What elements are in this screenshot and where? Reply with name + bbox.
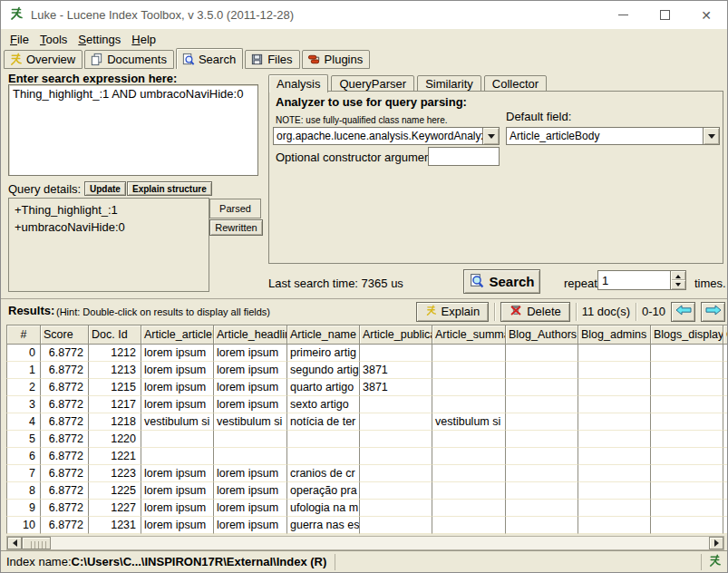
luke-status-icon <box>708 554 722 570</box>
results-divider <box>1 298 727 299</box>
table-cell: 0 <box>6 345 41 362</box>
maximize-button[interactable] <box>644 1 685 29</box>
table-cell: 6.8772 <box>41 362 89 379</box>
table-cell <box>506 465 578 482</box>
column-header-Article_articleB[interactable]: Article_articleB <box>141 325 214 345</box>
default-field-combo-button[interactable] <box>703 128 719 144</box>
table-cell: guerra nas es <box>287 517 360 534</box>
spinner-up-button[interactable] <box>670 271 685 280</box>
parsed-toggle[interactable]: Parsed <box>209 199 261 219</box>
table-row[interactable]: 36.87721217lorem ipsumlorem ipsumsexto a… <box>6 396 727 413</box>
update-button[interactable]: Update <box>84 181 126 196</box>
table-cell: lorem ipsum <box>214 379 287 396</box>
table-cell: 3 <box>6 396 41 413</box>
column-header-Article_headlin[interactable]: Article_headlin <box>214 325 287 345</box>
subtab-queryparser[interactable]: QueryParser <box>331 75 414 92</box>
menu-settings[interactable]: Settings <box>73 32 126 47</box>
table-header-row: #ScoreDoc. IdArticle_articleBArticle_hea… <box>6 325 727 345</box>
analyzer-combo[interactable]: org.apache.lucene.analysis.KeywordAnalyz <box>273 127 500 145</box>
menu-file[interactable]: File <box>5 32 34 47</box>
explain-structure-button[interactable]: Explain structure <box>127 181 212 196</box>
column-header-Score[interactable]: Score <box>41 325 89 345</box>
scroll-right-button[interactable] <box>709 537 723 549</box>
last-search-time: Last search time: 7365 us <box>268 277 403 290</box>
table-cell <box>651 379 723 396</box>
next-page-button[interactable] <box>701 302 725 322</box>
table-cell: 9 <box>6 500 41 517</box>
scroll-left-button[interactable] <box>7 537 22 549</box>
column-header-C[interactable]: C <box>723 325 727 345</box>
table-row[interactable]: 76.87721223lorem ipsumlorem ipsumcranios… <box>6 465 727 482</box>
table-row[interactable]: 46.87721218vestibulum sivestibulum sinot… <box>6 413 727 431</box>
table-cell <box>578 379 651 396</box>
table-cell: lorem ipsum <box>214 345 287 362</box>
search-button[interactable]: Search <box>463 269 540 294</box>
table-cell <box>723 500 727 517</box>
doc-count: 11 doc(s) <box>582 305 630 318</box>
repeat-input[interactable] <box>598 271 670 289</box>
delete-button[interactable]: Delete <box>500 302 570 322</box>
scrollbar-track[interactable] <box>51 537 709 549</box>
column-header-Doc. Id[interactable]: Doc. Id <box>89 325 141 345</box>
table-cell <box>287 448 360 465</box>
search-expression-input[interactable]: Thing_highlight_:1 AND umbracoNaviHide:0 <box>8 84 258 176</box>
table-row[interactable]: 06.87721212lorem ipsumlorem ipsumprimeir… <box>6 345 727 362</box>
table-row[interactable]: 56.87721220 <box>6 431 727 448</box>
prev-page-button[interactable] <box>671 302 695 322</box>
table-cell <box>651 448 723 465</box>
minimize-button[interactable] <box>602 1 644 29</box>
column-header-Blogs_display[interactable]: Blogs_display <box>651 325 723 345</box>
menu-tools[interactable]: Tools <box>34 32 73 47</box>
close-icon: ✕ <box>701 8 712 23</box>
table-cell <box>651 500 723 517</box>
explain-button[interactable]: Explain <box>416 302 490 322</box>
scrollbar-thumb[interactable] <box>22 537 51 549</box>
menu-help[interactable]: Help <box>126 32 161 47</box>
table-cell: 1231 <box>89 517 141 534</box>
column-header-Article_name[interactable]: Article_name <box>287 325 360 345</box>
tab-documents[interactable]: Documents <box>84 50 174 69</box>
table-row[interactable]: 106.87721231lorem ipsumlorem ipsumguerra… <box>6 517 727 534</box>
table-cell <box>578 345 651 362</box>
column-header-#[interactable]: # <box>6 325 41 345</box>
table-cell <box>651 396 723 413</box>
table-cell: lorem ipsum <box>214 362 287 379</box>
tab-files[interactable]: Files <box>245 50 299 69</box>
column-header-Blog_admins[interactable]: Blog_admins <box>578 325 651 345</box>
default-field-combo[interactable]: Article_articleBody <box>506 127 720 145</box>
table-row[interactable]: 66.87721221 <box>6 448 727 465</box>
table-cell: 6.8772 <box>41 448 89 465</box>
tab-search[interactable]: Search <box>176 48 243 69</box>
close-button[interactable]: ✕ <box>685 1 727 29</box>
table-row[interactable]: 16.87721213lorem ipsumlorem ipsumsegundo… <box>6 362 727 379</box>
column-header-Article_summa[interactable]: Article_summa <box>432 325 506 345</box>
subtab-similarity[interactable]: Similarity <box>417 75 481 92</box>
table-row[interactable]: 96.87721227lorem ipsumlorem ipsumufologi… <box>6 500 727 517</box>
horizontal-scrollbar[interactable] <box>6 536 724 550</box>
subtab-analysis[interactable]: Analysis <box>268 74 328 92</box>
column-header-Article_publica[interactable]: Article_publica <box>360 325 432 345</box>
column-header-Blog_Authors[interactable]: Blog_Authors <box>506 325 578 345</box>
status-icon-cell <box>701 554 722 570</box>
table-cell <box>506 482 578 500</box>
table-row[interactable]: 86.87721225lorem ipsumlorem ipsumoperaçã… <box>6 482 727 500</box>
table-cell <box>214 448 287 465</box>
files-icon <box>250 53 264 66</box>
spinner-down-button[interactable] <box>670 280 685 289</box>
table-row[interactable]: 26.87721215lorem ipsumlorem ipsumquarto … <box>6 379 727 396</box>
constructor-arg-label: Optional constructor argument: <box>276 151 437 164</box>
explain-button-label: Explain <box>442 305 480 318</box>
constructor-arg-input[interactable] <box>428 147 500 166</box>
tab-plugins[interactable]: Plugins <box>302 50 371 69</box>
table-cell <box>432 345 506 362</box>
table-cell <box>432 517 506 534</box>
rewritten-toggle[interactable]: Rewritten <box>209 219 263 236</box>
table-cell <box>723 396 727 413</box>
table-cell <box>506 379 578 396</box>
table-cell <box>432 362 506 379</box>
subtab-collector[interactable]: Collector <box>484 75 547 92</box>
analyzer-combo-button[interactable] <box>482 128 499 144</box>
tab-overview[interactable]: Overview <box>4 50 83 69</box>
right-arrow-glyph <box>705 305 722 316</box>
delete-button-label: Delete <box>527 305 561 318</box>
